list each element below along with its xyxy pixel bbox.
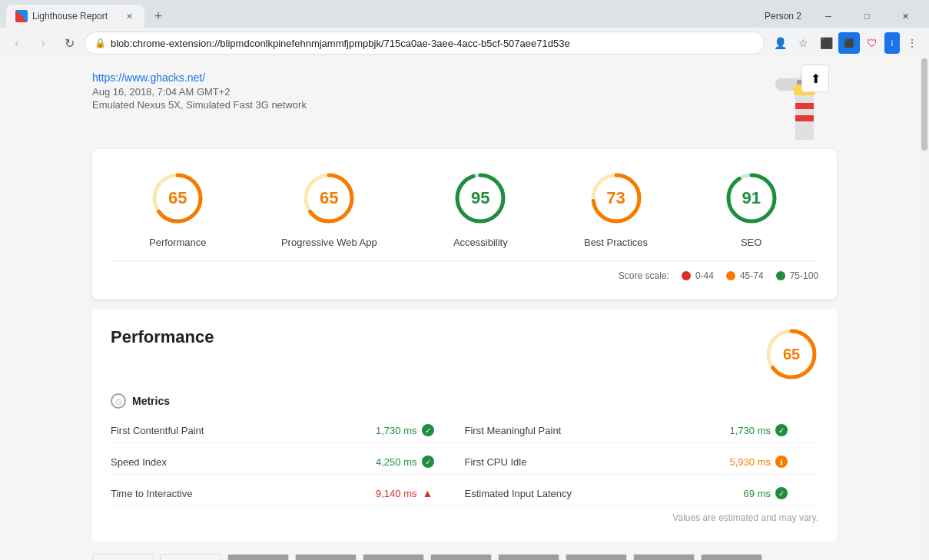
scale-orange: 45-74: [726, 270, 764, 281]
new-tab-button[interactable]: +: [148, 5, 169, 27]
metric-status-icon: ▲: [422, 487, 434, 499]
score-circle-accessibility: 95: [450, 167, 511, 229]
metric-ms: 69 ms: [744, 488, 771, 499]
performance-header: Performance 65: [111, 327, 818, 381]
tab-close-button[interactable]: ✕: [123, 10, 135, 22]
metric-row: Time to Interactive 9,140 ms ▲: [111, 481, 465, 506]
thumbnail: [295, 554, 357, 560]
metric-name: First CPU Idle: [465, 456, 527, 468]
toolbar-actions: 👤 ☆ ⬛ ⬛ 🛡 i ⋮: [769, 32, 923, 54]
performance-section: Performance 65 ◷ Metrics First Contentfu…: [92, 309, 837, 542]
scale-range-green: 75-100: [790, 270, 818, 281]
page-content: https://www.ghacks.net/ Aug 16, 2018, 7:…: [0, 58, 929, 560]
user-name: Person 2: [765, 11, 801, 22]
metric-value: 69 ms ✓: [744, 487, 788, 499]
metric-status-icon: ✓: [422, 424, 434, 436]
thumbnail: [227, 554, 289, 560]
thumbnail: [92, 554, 154, 560]
address-bar[interactable]: 🔒 blob:chrome-extension://blipmdconlkpin…: [85, 31, 765, 55]
close-button[interactable]: ✕: [888, 4, 923, 28]
site-url-link[interactable]: https://www.ghacks.net/: [92, 71, 205, 84]
extension-icon-2[interactable]: ⬛: [838, 32, 860, 54]
metric-value: 5,930 ms ℹ: [730, 456, 788, 468]
score-scale: Score scale: 0-44 45-74 75-100: [111, 260, 818, 281]
score-circle-pwa: 65: [298, 167, 360, 229]
score-number-seo: 91: [742, 188, 760, 208]
metric-ms: 5,930 ms: [730, 456, 771, 468]
scale-range-red: 0-44: [695, 270, 714, 281]
active-tab[interactable]: Lighthouse Report ✕: [6, 5, 144, 28]
extension-icon-4[interactable]: i: [884, 32, 900, 54]
metric-name: First Contentful Paint: [111, 425, 204, 436]
thumbnail: [566, 554, 627, 560]
metric-value: 1,730 ms ✓: [376, 424, 433, 436]
metric-name: Speed Index: [111, 456, 167, 468]
scores-row: 65 Performance 65 Progressive Web App 95…: [111, 167, 818, 248]
report-date: Aug 16, 2018, 7:04 AM GMT+2: [92, 86, 307, 98]
back-button[interactable]: ‹: [6, 32, 28, 54]
metric-name: Estimated Input Latency: [465, 488, 572, 499]
thumbnail: [633, 554, 695, 560]
thumbnail: [363, 554, 424, 560]
score-number-accessibility: 95: [471, 188, 489, 208]
report-meta: https://www.ghacks.net/ Aug 16, 2018, 7:…: [92, 71, 307, 111]
scale-red: 0-44: [682, 270, 714, 281]
metric-ms: 9,140 ms: [376, 488, 416, 499]
metric-row: First Meaningful Paint 1,730 ms ✓: [465, 418, 819, 443]
performance-score-circle: 65: [765, 327, 818, 381]
score-circle-best_practices: 73: [586, 167, 647, 229]
score-label-best_practices: Best Practices: [584, 237, 648, 248]
performance-score-number: 65: [783, 346, 800, 363]
score-item-accessibility: 95 Accessibility: [450, 167, 511, 248]
scrollbar-thumb[interactable]: [921, 58, 927, 151]
metric-row: Speed Index 4,250 ms ✓: [111, 449, 465, 475]
scale-dot-red: [682, 271, 691, 280]
performance-title: Performance: [111, 327, 214, 347]
scale-green: 75-100: [776, 270, 818, 281]
score-number-pwa: 65: [320, 188, 338, 208]
menu-button[interactable]: ⋮: [901, 32, 923, 54]
toolbar: ‹ › ↻ 🔒 blob:chrome-extension://blipmdco…: [0, 28, 929, 58]
window-controls: Person 2 ─ □ ✕: [765, 4, 923, 28]
refresh-button[interactable]: ↻: [58, 32, 80, 54]
thumbnail: [701, 554, 762, 560]
score-item-performance: 65 Performance: [147, 167, 208, 248]
forward-button[interactable]: ›: [32, 32, 54, 54]
scrollbar-track[interactable]: [920, 58, 929, 560]
metric-ms: 1,730 ms: [376, 425, 416, 436]
thumbnail: [430, 554, 492, 560]
metric-name: Time to Interactive: [111, 488, 192, 499]
score-number-best_practices: 73: [606, 188, 625, 208]
metric-ms: 1,730 ms: [730, 425, 771, 436]
bookmark-icon[interactable]: ☆: [792, 32, 814, 54]
score-circle-seo: 91: [721, 167, 782, 229]
metric-value: 4,250 ms ✓: [376, 456, 433, 468]
scale-dot-orange: [726, 271, 735, 280]
metric-status-icon: ✓: [775, 424, 788, 436]
share-button[interactable]: ⬆: [801, 65, 829, 92]
share-icon: ⬆: [811, 71, 821, 86]
metric-row: Estimated Input Latency 69 ms ✓: [465, 481, 819, 506]
scale-dot-green: [776, 271, 785, 280]
extension-icon-3[interactable]: 🛡: [861, 32, 883, 54]
metrics-header: ◷ Metrics: [111, 393, 818, 409]
score-item-seo: 91 SEO: [721, 167, 782, 248]
scale-range-orange: 45-74: [740, 270, 764, 281]
tab-title: Lighthouse Report: [32, 11, 118, 22]
metric-status-icon: ✓: [422, 456, 434, 468]
scores-card: 65 Performance 65 Progressive Web App 95…: [92, 149, 837, 300]
account-icon[interactable]: 👤: [769, 32, 791, 54]
values-note: Values are estimated and may vary.: [111, 512, 818, 523]
maximize-button[interactable]: □: [849, 4, 884, 28]
browser-chrome: Lighthouse Report ✕ + Person 2 ─ □ ✕ ‹ ›…: [0, 0, 929, 58]
minimize-button[interactable]: ─: [811, 4, 846, 28]
score-label-performance: Performance: [149, 237, 206, 248]
score-label-accessibility: Accessibility: [453, 237, 508, 248]
metric-status-icon: ✓: [775, 487, 788, 499]
score-item-best_practices: 73 Best Practices: [584, 167, 648, 248]
score-number-performance: 65: [168, 188, 187, 208]
metric-status-icon: ℹ: [775, 456, 788, 468]
extension-icon-1[interactable]: ⬛: [815, 32, 837, 54]
report-device: Emulated Nexus 5X, Simulated Fast 3G net…: [92, 99, 307, 111]
metrics-grid: First Contentful Paint 1,730 ms ✓ First …: [111, 418, 818, 506]
